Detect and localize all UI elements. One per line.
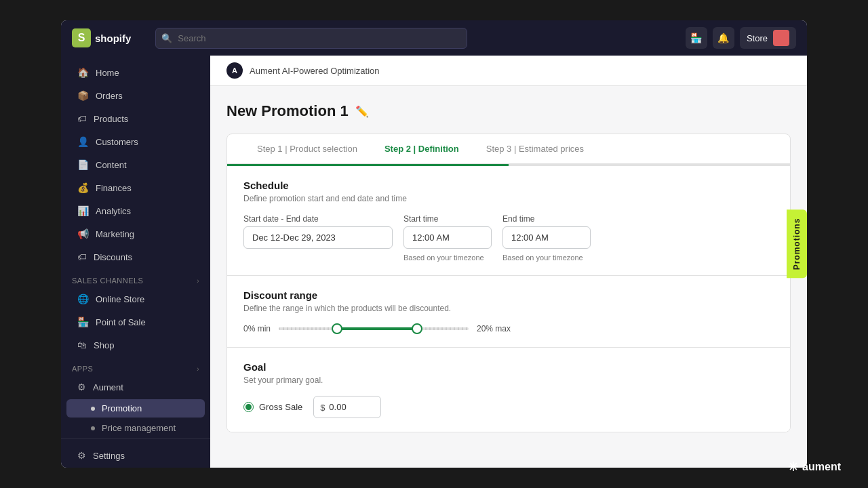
sidebar-item-shop[interactable]: 🛍 Shop (66, 334, 205, 356)
customers-icon: 👤 (77, 136, 89, 147)
sidebar-bottom: ⚙ Settings (61, 438, 210, 468)
content-area: A Aument AI-Powered Optimization New Pro… (210, 56, 807, 468)
orders-icon: 📦 (77, 90, 89, 101)
slider-row: 0% min 20% max (243, 324, 774, 333)
sidebar-item-label: Finances (96, 183, 132, 193)
header: S shopify 🔍 🏪 🔔 Store (61, 20, 807, 56)
aument-brand-text: aument (802, 461, 841, 473)
promotions-side-tab[interactable]: Promotions (787, 210, 807, 279)
goal-section: Goal Set your primary goal. Gross Sale $ (227, 348, 790, 432)
promotion-dot (91, 407, 95, 411)
steps-progress-fill (227, 164, 509, 166)
price-mgmt-dot (91, 426, 95, 430)
sidebar-item-label: Aument (93, 382, 123, 392)
sidebar-item-home[interactable]: 🏠 Home (66, 62, 205, 83)
sidebar-item-label: Content (96, 160, 127, 170)
end-timezone-note: Based on your timezone (502, 253, 591, 262)
sidebar-item-promotion[interactable]: Promotion (66, 399, 205, 418)
shop-icon: 🛍 (77, 340, 87, 350)
slider-fill (336, 327, 416, 330)
shopify-logo-icon: S (72, 28, 91, 47)
date-group: Start date - End date (243, 214, 393, 249)
slider-thumb-right[interactable] (412, 323, 422, 334)
app-logo-letter: A (232, 66, 237, 75)
sidebar-item-online-store[interactable]: 🌐 Online Store (66, 288, 205, 310)
page-title-row: New Promotion 1 ✏️ (226, 102, 791, 120)
step-1-tab[interactable]: Step 1 | Product selection (243, 134, 371, 163)
gross-sale-label[interactable]: Gross Sale (243, 402, 302, 412)
marketing-icon: 📢 (77, 228, 89, 239)
goal-row: Gross Sale $ (243, 396, 774, 418)
sidebar-item-settings[interactable]: ⚙ Settings (66, 445, 205, 466)
sidebar-item-customers[interactable]: 👤 Customers (66, 131, 205, 152)
sales-channels-section: Sales channels › (61, 268, 210, 287)
sidebar-item-price-management[interactable]: Price management (66, 419, 205, 437)
shopify-logo-text: shopify (95, 33, 131, 44)
sidebar-item-orders[interactable]: 📦 Orders (66, 85, 205, 106)
gross-sale-radio[interactable] (243, 402, 254, 412)
discount-section: Discount range Define the range in which… (227, 276, 790, 348)
sidebar-item-content[interactable]: 📄 Content (66, 154, 205, 176)
aument-star-icon: ✳ (788, 460, 798, 474)
settings-icon: ⚙ (77, 450, 86, 461)
sidebar-item-aument[interactable]: ⚙ Aument (66, 376, 205, 398)
sidebar-item-discounts[interactable]: 🏷 Discounts (66, 246, 205, 268)
schedule-form-row: Start date - End date Start time Based o… (243, 214, 774, 262)
sidebar-item-finances[interactable]: 💰 Finances (66, 177, 205, 199)
app-header-logo: A (226, 62, 243, 79)
bell-icon-btn[interactable]: 🔔 (713, 27, 734, 49)
sidebar-item-label: Home (96, 68, 119, 78)
step-3-tab[interactable]: Step 3 | Estimated prices (473, 134, 597, 163)
slider-track (279, 327, 469, 330)
slider-thumb-left[interactable] (332, 323, 342, 334)
sidebar-item-label: Orders (96, 91, 123, 101)
sidebar-item-label: Marketing (96, 229, 134, 239)
sidebar-item-label: Point of Sale (96, 317, 146, 327)
slider-max-label: 20% max (477, 324, 511, 333)
home-icon: 🏠 (77, 67, 89, 78)
date-label: Start date - End date (243, 214, 393, 224)
aument-brand: ✳ aument (788, 460, 841, 474)
sidebar-item-products[interactable]: 🏷 Products (66, 108, 205, 129)
goal-desc: Set your primary goal. (243, 375, 774, 385)
goal-title: Goal (243, 361, 774, 373)
content-icon: 📄 (77, 159, 89, 170)
sidebar-item-point-of-sale[interactable]: 🏪 Point of Sale (66, 311, 205, 333)
date-input[interactable] (243, 226, 393, 249)
store-label: Store (747, 33, 768, 43)
store-avatar (773, 30, 789, 46)
search-bar: 🔍 (155, 28, 467, 49)
steps-progress (227, 164, 790, 166)
sidebar-item-analytics[interactable]: 📊 Analytics (66, 200, 205, 222)
step-2-tab[interactable]: Step 2 | Definition (371, 134, 473, 163)
sidebar-item-label: Online Store (96, 294, 144, 304)
promotions-side-tab-container: Promotions (787, 210, 807, 279)
goal-input-wrap: $ (313, 396, 381, 418)
end-time-group: End time Based on your timezone (502, 214, 591, 262)
app-header-title: Aument AI-Powered Optimization (250, 66, 379, 76)
sidebar-item-label: Customers (96, 137, 138, 147)
page-content: New Promotion 1 ✏️ Step 1 | Product sele… (210, 86, 807, 468)
end-time-input[interactable] (502, 226, 591, 249)
start-time-input[interactable] (403, 226, 492, 249)
edit-icon[interactable]: ✏️ (355, 105, 369, 118)
goal-input-prefix: $ (320, 402, 325, 412)
store-button[interactable]: Store (740, 27, 796, 49)
sidebar-item-marketing[interactable]: 📢 Marketing (66, 223, 205, 245)
apps-chevron: › (197, 365, 199, 373)
sidebar-item-label: Products (94, 114, 128, 124)
start-time-group: Start time Based on your timezone (403, 214, 492, 262)
sidebar-item-label: Analytics (96, 206, 131, 216)
steps-container: Step 1 | Product selection Step 2 | Defi… (226, 134, 791, 432)
discount-desc: Define the range in which the products w… (243, 304, 774, 313)
store-icon-btn[interactable]: 🏪 (686, 27, 707, 49)
search-input[interactable] (155, 28, 467, 49)
start-timezone-note: Based on your timezone (403, 253, 492, 262)
main-layout: 🏠 Home 📦 Orders 🏷 Products 👤 Customers 📄… (61, 56, 807, 468)
sidebar-item-label: Discounts (94, 252, 132, 262)
app-header-bar: A Aument AI-Powered Optimization (210, 56, 807, 86)
shopify-logo: S shopify (72, 28, 131, 47)
start-time-label: Start time (403, 214, 492, 224)
search-icon: 🔍 (161, 33, 172, 43)
sidebar: 🏠 Home 📦 Orders 🏷 Products 👤 Customers 📄… (61, 56, 210, 468)
